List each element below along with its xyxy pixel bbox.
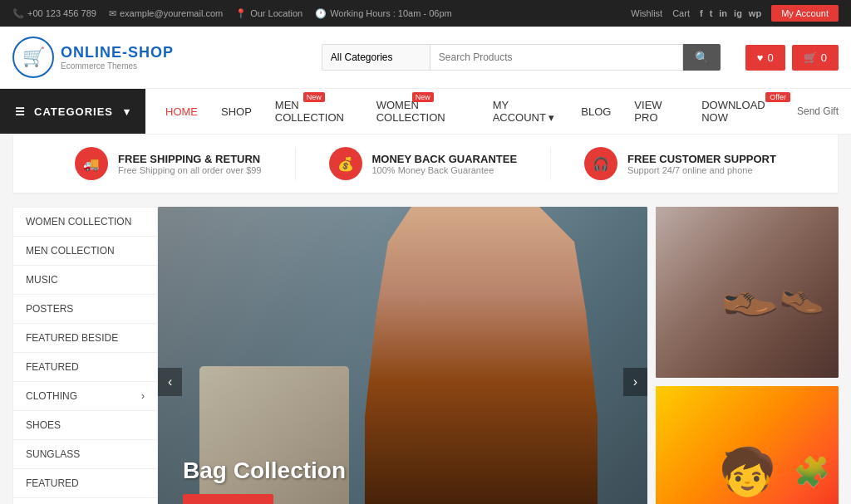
side-images: 👞 👞 🧒 🧩 [656, 207, 839, 504]
nav-wrapper: ☰ CATEGORIES ▾ HOME SHOP New MEN COLLECT… [0, 89, 851, 135]
nav-home[interactable]: HOME [154, 95, 209, 128]
header: 🛒 ONLINE-SHOP Ecommerce Themes All Categ… [0, 27, 851, 89]
facebook-icon[interactable]: f [700, 8, 703, 18]
shoes-emoji: 👞 [714, 261, 780, 324]
logo[interactable]: 🛒 ONLINE-SHOP Ecommerce Themes [12, 37, 174, 78]
hamburger-icon: ☰ [15, 105, 26, 118]
nav-bar: ☰ CATEGORIES ▾ HOME SHOP New MEN COLLECT… [0, 89, 851, 134]
feature-support-desc: Support 24/7 online and phone [627, 165, 776, 175]
logo-icon: 🛒 [12, 37, 54, 78]
side-image-shoes[interactable]: 👞 👞 [656, 207, 839, 378]
sidebar-item-featured-1[interactable]: FEATURED [13, 353, 157, 382]
categories-button[interactable]: ☰ CATEGORIES ▾ [0, 89, 145, 134]
sidebar-item-men-collection[interactable]: MEN COLLECTION [13, 237, 157, 266]
linkedin-icon[interactable]: in [719, 8, 727, 18]
top-bar: 📞 +00 123 456 789 ✉ example@youremail.co… [0, 0, 851, 27]
logo-text: ONLINE-SHOP Ecommerce Themes [61, 44, 174, 71]
social-icons: f t in ig wp [700, 8, 761, 18]
cart-link[interactable]: Cart [672, 8, 690, 18]
feature-shipping-desc: Free Shipping on all order over $99 [118, 165, 261, 175]
email-icon: ✉ [109, 8, 116, 19]
search-category-select[interactable]: All Categories [322, 44, 430, 71]
feature-shipping-title: FREE SHIPPING & RETURN [118, 153, 261, 165]
sidebar-item-clothing[interactable]: CLOTHING › [13, 382, 157, 411]
new-badge-women: New [412, 92, 434, 102]
nav-shop[interactable]: SHOP [209, 95, 263, 128]
phone-icon: 📞 [12, 8, 24, 19]
wordpress-icon[interactable]: wp [749, 8, 761, 18]
sidebar-item-women-collection[interactable]: WOMEN COLLECTION [13, 208, 157, 237]
top-bar-right: Wishlist Cart f t in ig wp My Account [631, 5, 839, 22]
sidebar-item-beauty[interactable]: BEAUTY AND CARE [13, 498, 157, 504]
shipping-icon: 🚚 [75, 147, 108, 180]
feature-support: 🎧 FREE CUSTOMER SUPPORT Support 24/7 onl… [551, 147, 809, 180]
my-account-button[interactable]: My Account [771, 5, 839, 22]
offer-badge: Offer [765, 92, 790, 102]
chevron-down-icon: ▾ [124, 105, 130, 118]
twitter-icon[interactable]: t [710, 8, 713, 18]
search-button[interactable]: 🔍 [683, 44, 721, 71]
top-bar-left: 📞 +00 123 456 789 ✉ example@youremail.co… [12, 8, 452, 19]
wishlist-button[interactable]: ♥ 0 [745, 45, 785, 71]
main-content: WOMEN COLLECTION MEN COLLECTION MUSIC PO… [0, 194, 851, 504]
slider-next-button[interactable]: › [623, 368, 647, 396]
nav-men-collection[interactable]: New MEN COLLECTION [263, 89, 365, 134]
wishlist-link[interactable]: Wishlist [631, 8, 662, 18]
nav-download-now[interactable]: DOWNLOAD NOW Offer [690, 89, 789, 134]
search-bar: All Categories 🔍 [322, 44, 721, 71]
email: ✉ example@youremail.com [109, 8, 223, 19]
money-icon: 💰 [329, 147, 362, 180]
sidebar-item-music[interactable]: MUSIC [13, 266, 157, 295]
search-input[interactable] [430, 44, 683, 71]
support-icon: 🎧 [584, 147, 617, 180]
nav-my-account[interactable]: MY ACCOUNT ▾ [481, 89, 570, 134]
shoes-emoji-2: 👞 [778, 268, 828, 316]
feature-money-desc: 100% Money Back Guarantee [372, 165, 518, 175]
shop-now-button[interactable]: Shop Now [183, 494, 273, 504]
woman-silhouette [365, 207, 598, 504]
header-actions: ♥ 0 🛒 0 [745, 45, 839, 71]
slider-title: Bag Collection [183, 458, 346, 484]
phone: 📞 +00 123 456 789 [12, 8, 96, 19]
feature-support-text: FREE CUSTOMER SUPPORT Support 24/7 onlin… [627, 153, 776, 175]
sidebar-item-featured-2[interactable]: FEATURED [13, 469, 157, 498]
clock-icon: 🕐 [315, 8, 327, 19]
sidebar-item-sunglass[interactable]: SUNGLASS [13, 440, 157, 469]
cart-icon: 🛒 [804, 51, 817, 64]
features-bar: 🚚 FREE SHIPPING & RETURN Free Shipping o… [12, 135, 839, 194]
new-badge-men: New [303, 92, 325, 102]
chevron-right-icon: › [141, 390, 145, 402]
side-image-toys[interactable]: 🧒 🧩 [656, 386, 839, 504]
feature-shipping: 🚚 FREE SHIPPING & RETURN Free Shipping o… [42, 147, 295, 180]
instagram-icon[interactable]: ig [734, 8, 742, 18]
sidebar-item-posters[interactable]: POSTERS [13, 295, 157, 324]
feature-money-back: 💰 MONEY BACK GUARANTEE 100% Money Back G… [296, 147, 552, 180]
toy-emoji: 🧒 [719, 445, 776, 499]
slider-area: Bag Collection Shop Now ‹ › 👞 👞 🧒 🧩 [158, 207, 839, 504]
slider-content: Bag Collection Shop Now [183, 458, 346, 504]
nav-links: HOME SHOP New MEN COLLECTION New WOMEN C… [145, 89, 797, 134]
nav-send-gift[interactable]: Send Gift [797, 89, 851, 134]
sidebar: WOMEN COLLECTION MEN COLLECTION MUSIC PO… [12, 207, 158, 504]
feature-shipping-text: FREE SHIPPING & RETURN Free Shipping on … [118, 153, 261, 175]
logo-title: ONLINE-SHOP [61, 44, 174, 61]
slider-prev-button[interactable]: ‹ [158, 368, 182, 396]
location-icon: 📍 [235, 8, 247, 19]
cart-button[interactable]: 🛒 0 [792, 45, 839, 71]
main-slider: Bag Collection Shop Now ‹ › [158, 207, 647, 504]
sidebar-item-shoes[interactable]: SHOES [13, 411, 157, 440]
feature-money-title: MONEY BACK GUARANTEE [372, 153, 518, 165]
hours: 🕐 Working Hours : 10am - 06pm [315, 8, 452, 19]
sidebar-item-featured-beside[interactable]: FEATURED BESIDE [13, 324, 157, 353]
location: 📍 Our Location [235, 8, 303, 19]
feature-money-text: MONEY BACK GUARANTEE 100% Money Back Gua… [372, 153, 518, 175]
feature-support-title: FREE CUSTOMER SUPPORT [627, 153, 776, 165]
toy-blocks-emoji: 🧩 [794, 455, 830, 489]
nav-women-collection[interactable]: New WOMEN COLLECTION [365, 89, 481, 134]
logo-sub: Ecommerce Themes [61, 61, 174, 71]
nav-blog[interactable]: BLOG [569, 95, 622, 128]
heart-icon: ♥ [757, 51, 764, 64]
features-list: 🚚 FREE SHIPPING & RETURN Free Shipping o… [13, 135, 838, 193]
nav-view-pro[interactable]: VIEW PRO [622, 89, 690, 134]
